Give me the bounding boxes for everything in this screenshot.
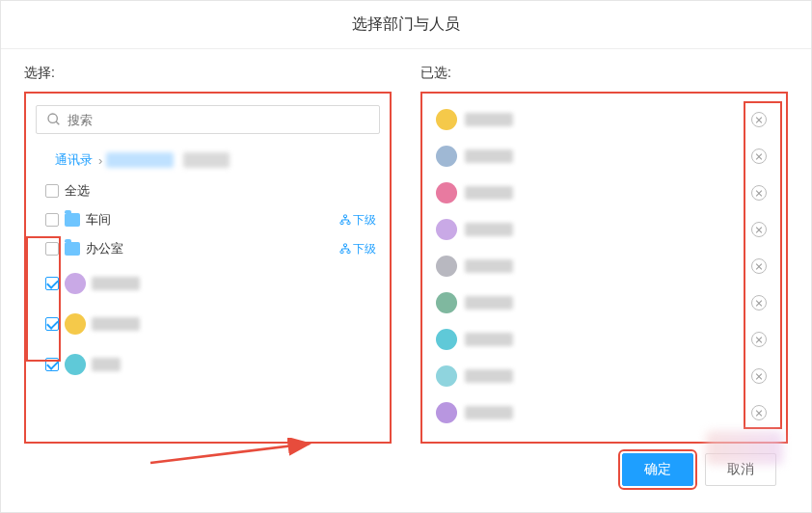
selected-item <box>422 394 786 431</box>
person-name-redacted <box>465 406 513 419</box>
dialog-title: 选择部门与人员 <box>1 1 811 49</box>
person-name-redacted <box>465 149 513 163</box>
selected-item <box>422 101 786 138</box>
person-name-redacted <box>465 333 513 346</box>
select-dept-people-dialog: 选择部门与人员 选择: 通讯录 › <box>0 0 812 513</box>
svg-line-1 <box>56 122 59 124</box>
avatar <box>65 273 86 294</box>
person-row[interactable] <box>36 344 380 385</box>
person-name-redacted <box>92 317 140 331</box>
breadcrumb-node-redacted <box>183 152 230 168</box>
watermark-redacted <box>706 431 783 465</box>
person-name-redacted <box>465 369 513 383</box>
select-label: 选择: <box>24 49 392 92</box>
avatar <box>436 109 457 130</box>
person-row[interactable] <box>36 304 380 344</box>
breadcrumb: 通讯录 › <box>36 146 380 176</box>
select-all-label: 全选 <box>65 182 90 200</box>
avatar <box>436 329 457 350</box>
svg-rect-5 <box>344 244 347 247</box>
avatar <box>436 402 457 423</box>
avatar <box>436 146 457 167</box>
svg-rect-4 <box>347 222 350 225</box>
selected-item <box>422 248 786 284</box>
dept-checkbox[interactable] <box>45 213 59 227</box>
remove-icon[interactable] <box>751 295 767 310</box>
org-tree: 全选 车间 下级 <box>36 176 380 385</box>
person-checkbox[interactable] <box>45 277 59 290</box>
selected-panel[interactable] <box>420 92 788 444</box>
drill-down-link[interactable]: 下级 <box>339 212 376 229</box>
avatar <box>65 313 86 335</box>
svg-rect-2 <box>344 215 347 218</box>
dialog-footer: 确定 取消 <box>1 444 811 486</box>
svg-rect-6 <box>340 251 343 254</box>
avatar <box>436 292 457 313</box>
dept-row[interactable]: 办公室 下级 <box>36 234 380 263</box>
selected-item <box>422 138 786 175</box>
selected-item <box>422 321 786 358</box>
avatar <box>436 182 457 203</box>
person-name-redacted <box>465 186 513 200</box>
folder-icon <box>65 242 80 256</box>
search-input[interactable] <box>68 113 369 127</box>
person-checkbox[interactable] <box>45 317 59 331</box>
dept-row[interactable]: 车间 下级 <box>36 205 380 234</box>
remove-icon[interactable] <box>751 148 767 164</box>
selected-label: 已选: <box>420 49 788 92</box>
breadcrumb-node-redacted <box>106 152 174 168</box>
selected-column: 已选: <box>420 49 788 444</box>
dept-checkbox[interactable] <box>45 242 59 256</box>
person-name-redacted <box>92 358 121 371</box>
person-name-redacted <box>92 277 140 290</box>
svg-point-0 <box>48 114 57 122</box>
selected-item <box>422 211 786 248</box>
selected-item <box>422 358 786 394</box>
select-all-checkbox[interactable] <box>45 184 59 198</box>
remove-icon[interactable] <box>751 112 767 127</box>
person-name-redacted <box>465 113 513 126</box>
search-icon <box>46 112 62 127</box>
person-name-redacted <box>465 296 513 310</box>
avatar <box>436 219 457 240</box>
person-checkbox[interactable] <box>45 358 59 371</box>
avatar <box>436 365 457 387</box>
org-icon <box>339 214 351 226</box>
selected-item <box>422 175 786 211</box>
search-box[interactable] <box>36 105 380 134</box>
remove-icon[interactable] <box>751 368 767 384</box>
remove-icon[interactable] <box>751 258 767 274</box>
dept-name: 车间 <box>86 211 111 229</box>
chevron-right-icon: › <box>98 153 102 168</box>
remove-icon[interactable] <box>751 332 767 347</box>
select-panel: 通讯录 › 全选 <box>24 92 392 444</box>
svg-line-9 <box>150 444 310 463</box>
folder-icon <box>65 213 80 227</box>
org-icon <box>339 243 351 255</box>
ok-button[interactable]: 确定 <box>622 453 693 486</box>
dept-name: 办公室 <box>86 240 123 257</box>
svg-rect-7 <box>347 251 350 254</box>
drill-down-link[interactable]: 下级 <box>339 241 376 257</box>
selected-item <box>422 284 786 321</box>
select-column: 选择: 通讯录 › <box>24 49 392 444</box>
select-all-row[interactable]: 全选 <box>36 176 380 205</box>
avatar <box>436 256 457 277</box>
remove-icon[interactable] <box>751 185 767 201</box>
svg-rect-3 <box>340 222 343 225</box>
remove-icon[interactable] <box>751 405 767 420</box>
breadcrumb-root[interactable]: 通讯录 <box>55 151 93 169</box>
person-name-redacted <box>465 223 513 236</box>
avatar <box>65 354 86 375</box>
person-row[interactable] <box>36 263 380 304</box>
person-name-redacted <box>465 259 513 273</box>
remove-icon[interactable] <box>751 222 767 237</box>
